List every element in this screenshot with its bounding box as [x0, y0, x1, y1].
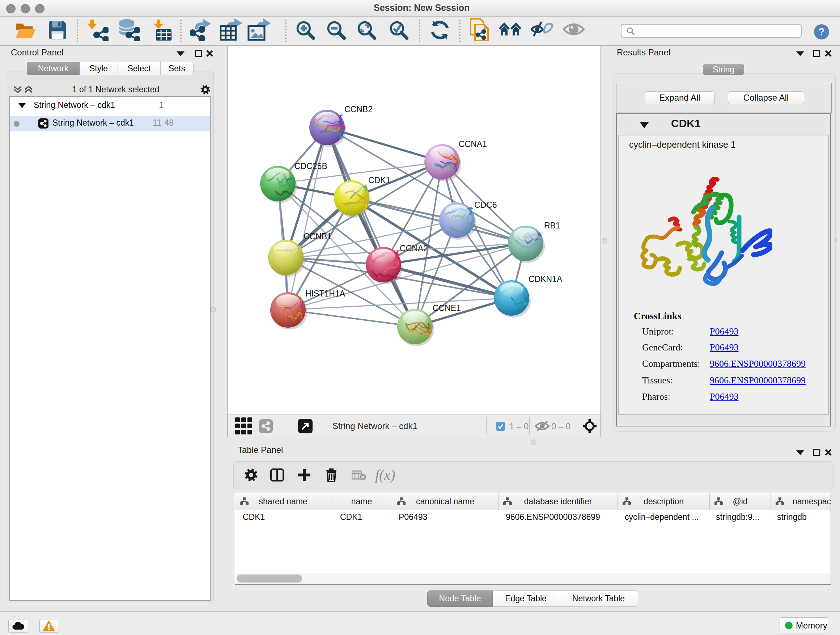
svg-text:HIST1H1A: HIST1H1A	[305, 289, 346, 298]
svg-text:CCNB2: CCNB2	[344, 105, 373, 114]
svg-text:CCNA2: CCNA2	[400, 244, 428, 253]
svg-text:CDC6: CDC6	[474, 200, 497, 210]
svg-text:CDKN1A: CDKN1A	[529, 274, 562, 284]
svg-text:CCNA1: CCNA1	[459, 139, 487, 149]
svg-text:CCNE1: CCNE1	[433, 303, 461, 313]
svg-text:CDK1: CDK1	[368, 176, 390, 185]
svg-text:CCNB1: CCNB1	[303, 232, 332, 241]
svg-text:RB1: RB1	[544, 221, 561, 230]
svg-text:?: ?	[818, 26, 824, 37]
svg-text:CDC25B: CDC25B	[294, 162, 327, 171]
